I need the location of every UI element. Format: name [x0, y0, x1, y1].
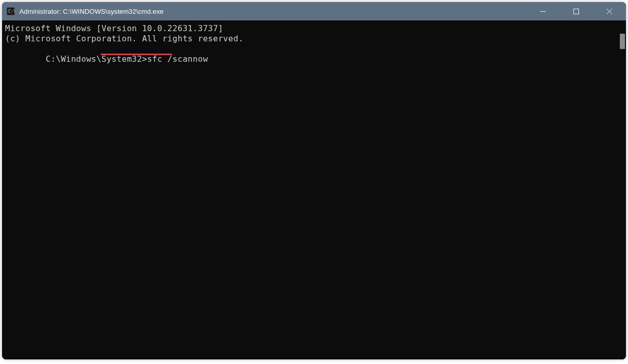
window-title: Administrator: C:\WINDOWS\system32\cmd.e… [19, 8, 526, 15]
svg-text:C:\: C:\ [8, 9, 15, 14]
scrollbar-thumb[interactable] [620, 34, 625, 49]
scrollbar-track[interactable] [618, 20, 626, 359]
terminal-line: (c) Microsoft Corporation. All rights re… [5, 34, 617, 44]
annotation-underline [101, 54, 172, 55]
close-icon [607, 9, 612, 14]
cmd-window: C:\ Administrator: C:\WINDOWS\system32\c… [2, 2, 626, 359]
minimize-icon [540, 9, 546, 14]
window-controls [526, 2, 626, 20]
titlebar[interactable]: C:\ Administrator: C:\WINDOWS\system32\c… [2, 2, 626, 20]
svg-rect-3 [574, 9, 579, 14]
cmd-icon: C:\ [6, 7, 15, 16]
close-button[interactable] [593, 2, 626, 20]
typed-command: sfc /scannow [147, 54, 208, 64]
prompt-path: C:\Windows\System32> [45, 54, 147, 64]
terminal-body[interactable]: Microsoft Windows [Version 10.0.22631.37… [2, 20, 626, 359]
terminal-content: Microsoft Windows [Version 10.0.22631.37… [5, 23, 617, 359]
minimize-button[interactable] [526, 2, 560, 20]
terminal-line: Microsoft Windows [Version 10.0.22631.37… [5, 23, 617, 34]
terminal-prompt-line: C:\Windows\System32>sfc /scannow [5, 44, 208, 85]
maximize-button[interactable] [560, 2, 593, 20]
maximize-icon [573, 9, 579, 14]
